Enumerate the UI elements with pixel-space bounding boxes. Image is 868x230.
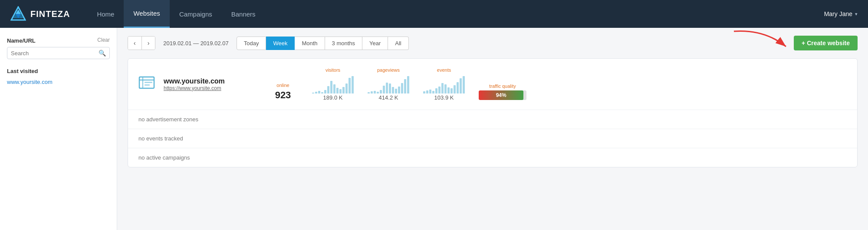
svg-rect-9 (145, 84, 150, 86)
nav-campaigns[interactable]: Campaigns (170, 0, 222, 28)
events-value: 103.9 K (423, 94, 465, 101)
last-visited-label: Last visited (7, 68, 110, 74)
info-row-3: no active campaigns (128, 148, 857, 167)
nav-arrows: ‹ › (128, 36, 155, 50)
site-icon (138, 74, 155, 94)
events-label: events (423, 67, 465, 73)
metric-pageviews: pageviews 414.2 K (368, 67, 409, 101)
quality-pct: 94% (496, 92, 506, 98)
site-name: www.yoursite.com (164, 77, 259, 85)
tab-year[interactable]: Year (362, 37, 388, 50)
nav-home[interactable]: Home (87, 0, 124, 28)
create-area: + Create website (794, 36, 858, 50)
last-visited-link[interactable]: www.yoursite.com (7, 79, 53, 85)
red-arrow-annotation (730, 27, 790, 53)
finteza-logo-icon (10, 6, 26, 22)
tab-week[interactable]: Week (266, 37, 295, 50)
visitors-value: 189.0 K (312, 94, 354, 101)
pageviews-label: pageviews (368, 67, 409, 73)
pageviews-value: 414.2 K (368, 94, 409, 101)
metric-events: events 103.9 K (423, 67, 465, 101)
metric-online: online 923 (268, 83, 298, 101)
chevron-down-icon: ▾ (855, 11, 858, 17)
online-label: online (268, 83, 298, 88)
nav-websites[interactable]: Websites (124, 0, 169, 28)
site-info: www.yoursite.com https://www.yoursite.co… (164, 77, 259, 91)
main-layout: Name/URL Clear 🔍 Last visited www.yoursi… (0, 28, 868, 230)
info-row-1: no advertisement zones (128, 110, 857, 129)
next-period-button[interactable]: › (142, 37, 155, 50)
metric-visitors: visitors 189.0 K (312, 67, 354, 101)
search-icon[interactable]: 🔍 (99, 50, 106, 57)
metric-group: online 923 visitors 189.0 K pageviews 41… (268, 67, 847, 101)
site-url[interactable]: https://www.yoursite.com (164, 85, 259, 91)
prev-period-button[interactable]: ‹ (128, 37, 142, 50)
quality-label: traffic quality (479, 83, 526, 89)
website-card: www.yoursite.com https://www.yoursite.co… (128, 58, 858, 167)
nav-links: Home Websites Campaigns Banners (87, 0, 824, 28)
tab-today[interactable]: Today (237, 37, 266, 50)
main-content: ‹ › 2019.02.01 — 2019.02.07 Today Week M… (117, 28, 868, 230)
filter-label: Name/URL (7, 37, 36, 44)
clear-filter-button[interactable]: Clear (97, 37, 110, 43)
logo-area: FINTEZA (10, 6, 70, 22)
metric-traffic-quality: traffic quality 94% (479, 83, 526, 101)
filter-header: Name/URL Clear (7, 37, 110, 44)
logo-text: FINTEZA (30, 9, 70, 19)
search-wrap: 🔍 (7, 47, 110, 59)
website-row: www.yoursite.com https://www.yoursite.co… (128, 59, 857, 110)
visitors-chart (312, 74, 354, 93)
create-website-button[interactable]: + Create website (794, 36, 858, 50)
date-range: 2019.02.01 — 2019.02.07 (159, 40, 233, 47)
toolbar: ‹ › 2019.02.01 — 2019.02.07 Today Week M… (128, 36, 858, 50)
quality-bar-wrap: 94% (479, 90, 526, 100)
navbar: FINTEZA Home Websites Campaigns Banners … (0, 0, 868, 28)
info-row-2: no events tracked (128, 129, 857, 148)
tab-all[interactable]: All (388, 37, 408, 50)
pageviews-chart (368, 74, 409, 93)
user-name: Mary Jane (824, 10, 852, 17)
sidebar: Name/URL Clear 🔍 Last visited www.yoursi… (0, 28, 117, 230)
tab-month[interactable]: Month (295, 37, 325, 50)
website-icon-svg (138, 74, 155, 91)
visitors-label: visitors (312, 67, 354, 73)
quality-bar-fill: 94% (479, 90, 523, 100)
online-value: 923 (268, 90, 298, 101)
events-chart (423, 74, 465, 93)
tab-3months[interactable]: 3 months (325, 37, 362, 50)
svg-rect-8 (145, 82, 152, 83)
user-menu[interactable]: Mary Jane ▾ (824, 10, 858, 17)
search-input[interactable] (11, 50, 99, 57)
nav-banners[interactable]: Banners (222, 0, 265, 28)
period-tabs: Today Week Month 3 months Year All (237, 37, 409, 50)
